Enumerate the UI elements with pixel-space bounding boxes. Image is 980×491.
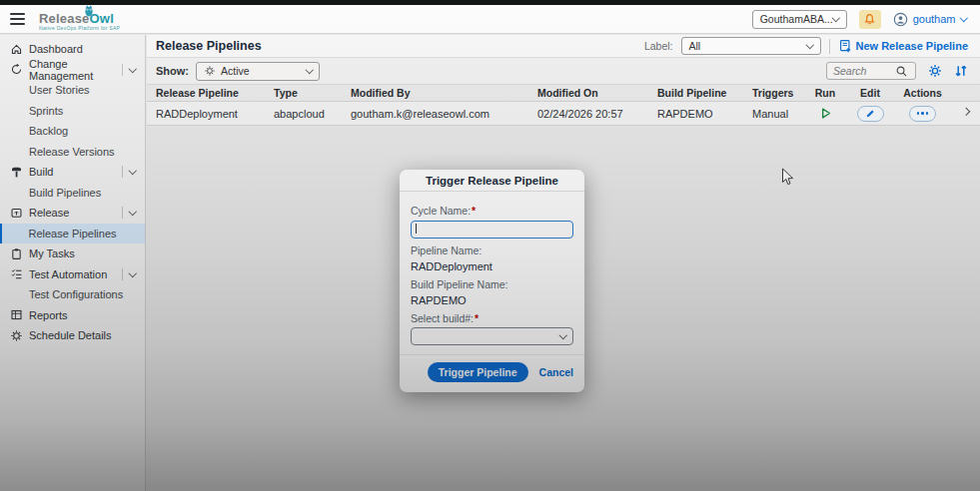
dialog-header: Trigger Release Pipeline: [400, 170, 584, 192]
required-marker: *: [472, 205, 476, 217]
label-caption: Label:: [644, 40, 673, 52]
gear-icon: [204, 65, 216, 77]
brand-name: ReleaseOwl: [39, 11, 120, 26]
expander[interactable]: [122, 64, 146, 76]
hamburger-menu-icon[interactable]: [10, 13, 25, 24]
col-header: Modified On: [537, 87, 657, 99]
topbar: ReleaseOwl Native DevOps Platform for SA…: [0, 5, 980, 34]
home-icon: [10, 42, 24, 56]
notifications-bell-button[interactable]: [859, 10, 881, 29]
account-dropdown[interactable]: GouthamABA...: [752, 10, 847, 29]
expander[interactable]: [122, 166, 146, 178]
cycle-name-label: Cycle Name:*: [411, 205, 573, 217]
user-name: goutham: [913, 13, 956, 25]
page-header: Release Pipelines Label: All New Release…: [147, 35, 980, 58]
release-icon: [10, 206, 24, 220]
sidebar-item-test-automation[interactable]: Test Automation: [0, 264, 145, 285]
reports-table-icon: [10, 308, 24, 322]
mouse-cursor: [781, 168, 794, 187]
tasks-clipboard-icon: [10, 246, 24, 260]
divider: [829, 39, 830, 54]
chevron-down-icon: [832, 14, 840, 22]
col-header: Edit: [845, 87, 895, 99]
sidebar-item-build-pipelines[interactable]: Build Pipelines: [0, 183, 145, 204]
cell-triggers: Manual: [752, 108, 805, 120]
sidebar-item-release-versions[interactable]: Release Versions: [0, 142, 145, 163]
page-title: Release Pipelines: [156, 39, 262, 53]
dialog-title: Trigger Release Pipeline: [426, 175, 558, 187]
cell-modified-by: goutham.k@releaseowl.com: [351, 108, 537, 120]
sidebar-item-dashboard[interactable]: Dashboard: [0, 39, 145, 60]
avatar-icon: [893, 12, 908, 27]
sidebar-item-change-management[interactable]: Change Management: [0, 60, 145, 81]
search-input[interactable]: [833, 65, 895, 77]
new-release-pipeline-button[interactable]: New Release Pipeline: [838, 39, 969, 53]
sidebar-item-sprints[interactable]: Sprints: [0, 101, 145, 122]
sidebar-nav: Dashboard Change Management User Stories…: [0, 35, 146, 491]
sidebar-item-build[interactable]: Build: [0, 162, 145, 183]
expander[interactable]: [122, 268, 146, 280]
select-build-label: Select build#:*: [411, 312, 573, 324]
sidebar-item-test-configurations[interactable]: Test Configurations: [0, 284, 145, 305]
cell-type: abapcloud: [274, 108, 351, 120]
sort-arrows-icon: [954, 64, 968, 78]
new-document-icon: [838, 39, 852, 53]
sidebar-item-backlog[interactable]: Backlog: [0, 121, 145, 142]
table-row[interactable]: RADDeployment abapcloud goutham.k@releas…: [147, 102, 980, 126]
col-header: Triggers: [752, 87, 805, 99]
required-marker: *: [475, 312, 479, 324]
ellipsis-icon: [917, 112, 929, 115]
build-pipeline-name-label: Build Pipeline Name:: [411, 278, 573, 290]
test-automation-icon: [10, 267, 24, 281]
col-header: Type: [274, 87, 351, 99]
text-caret: [416, 224, 417, 234]
dialog-footer: Trigger Pipeline Cancel: [400, 354, 584, 392]
col-header: Actions: [895, 87, 950, 99]
app-logo: ReleaseOwl Native DevOps Platform for SA…: [39, 8, 120, 31]
sidebar-item-release-pipelines[interactable]: Release Pipelines: [0, 224, 145, 245]
bell-icon: [863, 13, 876, 26]
sidebar-item-my-tasks[interactable]: My Tasks: [0, 244, 145, 264]
search-box: [826, 62, 916, 80]
row-chevron-right-icon[interactable]: [961, 108, 969, 116]
col-header: Run: [805, 87, 845, 99]
label-filter-dropdown[interactable]: All: [681, 37, 821, 55]
expander[interactable]: [122, 207, 146, 219]
table-settings-button[interactable]: [928, 64, 942, 78]
table-header-row: Release Pipeline Type Modified By Modifi…: [147, 84, 980, 102]
chevron-down-icon: [806, 41, 814, 49]
pipeline-name-label: Pipeline Name:: [411, 245, 573, 256]
gear-icon: [928, 64, 942, 78]
build-icon: [10, 165, 24, 179]
schedule-gear-icon: [10, 328, 24, 342]
user-menu[interactable]: goutham: [893, 12, 966, 27]
show-caption: Show:: [156, 65, 189, 77]
chevron-down-icon: [128, 167, 136, 175]
owl-icon: [83, 4, 95, 17]
cycle-name-input[interactable]: [411, 221, 573, 239]
select-build-dropdown[interactable]: [411, 327, 573, 345]
sidebar-item-reports[interactable]: Reports: [0, 305, 145, 326]
cell-release-pipeline: RADDeployment: [156, 108, 274, 120]
trigger-pipeline-button[interactable]: Trigger Pipeline: [428, 362, 528, 382]
actions-overflow-button[interactable]: [909, 106, 936, 122]
chevron-down-icon: [128, 208, 136, 216]
trigger-release-pipeline-dialog: Trigger Release Pipeline Cycle Name:* Pi…: [400, 170, 584, 392]
list-toolbar: Show: Active: [147, 58, 980, 84]
cell-modified-on: 02/24/2026 20:57: [537, 108, 657, 120]
chevron-down-icon: [305, 66, 313, 74]
sidebar-item-release[interactable]: Release: [0, 203, 145, 224]
sidebar-item-schedule-details[interactable]: Schedule Details: [0, 325, 145, 346]
chevron-down-icon: [128, 268, 136, 276]
edit-pipeline-button[interactable]: [857, 106, 884, 122]
show-filter-dropdown[interactable]: Active: [196, 62, 320, 81]
search-icon[interactable]: [895, 65, 908, 78]
cancel-button[interactable]: Cancel: [539, 366, 573, 378]
run-pipeline-button[interactable]: [818, 106, 833, 121]
col-header: Build Pipeline: [657, 87, 752, 99]
col-header: Release Pipeline: [156, 87, 274, 99]
sidebar-item-user-stories[interactable]: User Stories: [0, 80, 145, 101]
sort-button[interactable]: [954, 64, 968, 78]
change-management-icon: [10, 63, 24, 77]
cell-build-pipeline: RAPDEMO: [657, 108, 752, 120]
